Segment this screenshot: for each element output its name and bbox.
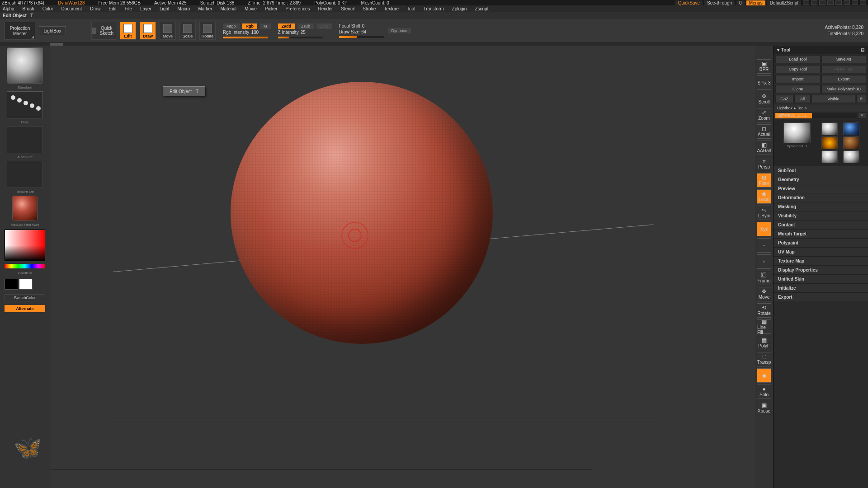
zadd-button[interactable]: Zadd [278, 23, 295, 29]
menu-light[interactable]: Light [160, 6, 170, 11]
material-thumbnail[interactable] [12, 196, 38, 221]
rgb-intensity-slider[interactable] [223, 37, 268, 38]
sphere-object[interactable] [231, 82, 493, 344]
secondary-color-swatch[interactable] [5, 279, 18, 290]
primary-color-swatch[interactable] [19, 279, 33, 290]
goz-visible-button[interactable]: Visible [811, 95, 855, 103]
move-mode-button[interactable]: Move [160, 22, 176, 40]
menu-preferences[interactable]: Preferences [286, 6, 310, 11]
gradient-label[interactable]: Gradient [2, 271, 48, 275]
menu-brush[interactable]: Brush [23, 6, 34, 11]
hue-bar[interactable] [5, 264, 45, 268]
rotate-mode-button[interactable]: Rotate [199, 22, 216, 40]
menu-zscript[interactable]: Zscript [475, 6, 488, 11]
menu-file[interactable]: File [125, 6, 132, 11]
section-polypaint[interactable]: Polypaint [774, 238, 868, 247]
tool-thumb-spherebrush[interactable] [821, 122, 838, 135]
section-texture-map[interactable]: Texture Map [774, 256, 868, 265]
projection-master-button[interactable]: Projection Master [5, 22, 35, 40]
xpose-button[interactable]: ▣Xpose [757, 401, 771, 415]
menu-zplugin[interactable]: Zplugin [452, 6, 467, 11]
close-icon[interactable] [860, 0, 866, 5]
blank-2-button[interactable]: ◦ [757, 254, 771, 269]
window-icon-2[interactable] [811, 0, 817, 5]
section-visibility[interactable]: Visibility [774, 211, 868, 220]
z-intensity-slider[interactable] [278, 37, 323, 38]
section-morph-target[interactable]: Morph Target [774, 229, 868, 238]
goz-all-button[interactable]: All [794, 95, 811, 103]
stroke-thumbnail[interactable] [7, 91, 43, 118]
window-icon-3[interactable] [819, 0, 826, 5]
section-subtool[interactable]: SubTool [774, 166, 868, 175]
zcut-button[interactable]: Zcut [316, 23, 332, 29]
floor-button[interactable]: ⊞Floor [757, 173, 771, 188]
local-button[interactable]: ◉Local [757, 189, 771, 204]
scroll-button[interactable]: ✥Scroll [757, 92, 771, 106]
alpha-thumbnail[interactable] [7, 126, 43, 153]
color-picker[interactable] [5, 230, 45, 261]
menu-transform[interactable]: Transform [423, 6, 443, 11]
menu-render[interactable]: Render [318, 6, 333, 11]
menu-document[interactable]: Document [61, 6, 82, 11]
menu-macro[interactable]: Macro [178, 6, 190, 11]
actual-button[interactable]: ◻Actual [757, 124, 771, 139]
menu-edit[interactable]: Edit [109, 6, 117, 11]
default-zscript[interactable]: DefaultZScript [767, 0, 801, 5]
load-tool-button[interactable]: Load Tool [775, 55, 821, 63]
copy-tool-button[interactable]: Copy Tool [775, 65, 821, 73]
section-export[interactable]: Export [774, 292, 868, 301]
dynamic-button[interactable]: Dynamic [388, 28, 411, 33]
quicksave-button[interactable]: QuickSave [675, 0, 703, 5]
window-icon-1[interactable] [803, 0, 809, 5]
tool-thumb-alphabrush[interactable] [843, 122, 859, 135]
draw-mode-button[interactable]: Draw [140, 22, 156, 40]
polyf-button[interactable]: ▦PolyF [757, 336, 771, 350]
goz-button[interactable]: GoZ [775, 95, 793, 103]
menu-movie[interactable]: Movie [245, 6, 257, 11]
menu-marker[interactable]: Marker [198, 6, 212, 11]
lightbox-button[interactable]: LightBox [39, 26, 66, 35]
menu-stencil[interactable]: Stencil [341, 6, 354, 11]
make-polymesh-button[interactable]: Make PolyMesh3D [821, 85, 867, 93]
export-button[interactable]: Export [821, 75, 867, 83]
rotate-view-button[interactable]: ⟲Rotate [757, 303, 771, 318]
tool-thumb-sphere3d-1[interactable] [843, 150, 859, 163]
switch-color-button[interactable]: SwitchColor [5, 294, 45, 301]
menu-picker[interactable]: Picker [265, 6, 278, 11]
scale-mode-button[interactable]: Scale [179, 22, 196, 40]
draw-size-slider[interactable] [339, 36, 384, 38]
transp-button[interactable]: ◌Transp [757, 352, 771, 366]
section-uv-map[interactable]: UV Map [774, 247, 868, 256]
zoom-button[interactable]: ⤢Zoom [757, 108, 771, 122]
clone-button[interactable]: Clone [775, 85, 821, 93]
seethrough-value[interactable]: 0 [736, 0, 745, 5]
paste-tool-button[interactable]: Paste Tool [821, 65, 867, 73]
rgb-intensity-value[interactable]: 100 [251, 30, 259, 35]
current-tool-field[interactable]: Sphere3D_1. 31 [775, 113, 857, 118]
menu-alpha[interactable]: Alpha [3, 6, 14, 11]
linefill-button[interactable]: ▦Line Fill [757, 319, 771, 334]
menu-color[interactable]: Color [42, 6, 53, 11]
tool-r-button[interactable]: R [858, 113, 866, 119]
menus-button[interactable]: Menus [746, 0, 765, 5]
lsym-button[interactable]: ⇋L.Sym [757, 206, 771, 220]
menu-material[interactable]: Material [221, 6, 237, 11]
section-preview[interactable]: Preview [774, 184, 868, 193]
menu-stroke[interactable]: Stroke [363, 6, 376, 11]
blank-1-button[interactable]: ◦ [757, 238, 771, 253]
edit-mode-button[interactable]: Edit [120, 22, 136, 40]
maximize-icon[interactable] [852, 0, 858, 5]
spix-button[interactable]: SPix 3 [757, 75, 771, 90]
z-intensity-value[interactable]: 25 [301, 30, 306, 35]
save-as-button[interactable]: Save As [821, 55, 867, 63]
tool-thumb-sphere3d[interactable] [821, 150, 838, 163]
menu-tool[interactable]: Tool [407, 6, 415, 11]
rgb-button[interactable]: Rgb [242, 23, 258, 29]
collapse-icon[interactable]: ⊟ [861, 47, 864, 52]
minimize-icon[interactable] [844, 0, 850, 5]
tool-thumb-current[interactable] [783, 122, 811, 143]
section-masking[interactable]: Masking [774, 202, 868, 211]
persp-button[interactable]: ⌗Persp [757, 157, 771, 171]
section-geometry[interactable]: Geometry [774, 175, 868, 184]
mrgb-button[interactable]: Mrgb [223, 23, 240, 29]
